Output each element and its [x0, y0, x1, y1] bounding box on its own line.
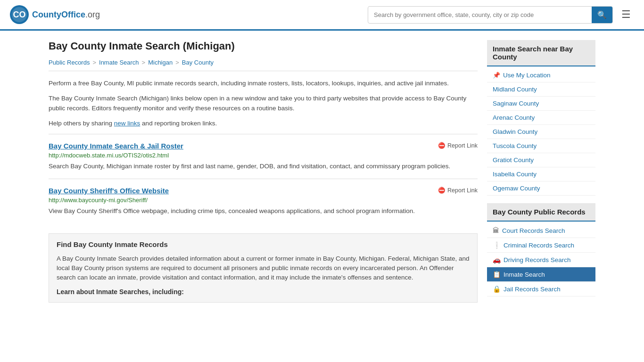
header-right: 🔍 ☰	[368, 6, 635, 24]
county-link-6[interactable]: Isabella County	[487, 167, 595, 181]
criminal-icon: ❕	[493, 241, 501, 249]
inmate-search-label: Inmate Search	[504, 271, 545, 278]
link-title-1[interactable]: Bay County Inmate Search & Jail Roster	[49, 142, 183, 150]
menu-icon[interactable]: ☰	[618, 7, 635, 23]
search-input[interactable]	[368, 8, 592, 22]
search-bar: 🔍	[368, 6, 613, 24]
link-header-1: Bay County Inmate Search & Jail Roster ⛔…	[49, 142, 478, 152]
driving-records-label: Driving Records Search	[504, 256, 571, 263]
report-link-2[interactable]: ⛔ Report Link	[438, 187, 478, 194]
link-desc-1: Search Bay County, Michigan inmate roste…	[49, 162, 478, 171]
logo-area: CO CountyOffice.org	[9, 5, 100, 25]
breadcrumb-michigan[interactable]: Michigan	[148, 59, 173, 66]
svg-text:CO: CO	[13, 10, 26, 19]
county-link-3[interactable]: Gladwin County	[487, 125, 595, 139]
breadcrumb: Public Records > Inmate Search > Michiga…	[49, 59, 478, 71]
use-my-location-label: Use My Location	[503, 72, 551, 79]
link-desc-2: View Bay County Sheriff's Office webpage…	[49, 206, 478, 216]
nearby-section: Inmate Search near Bay County 📌 Use My L…	[487, 40, 595, 196]
sidebar-inmate-search[interactable]: 📋 Inmate Search	[487, 267, 595, 282]
new-links-link[interactable]: new links	[114, 120, 140, 127]
criminal-records-label: Criminal Records Search	[504, 242, 574, 249]
intro-text-2: The Bay County Inmate Search (Michigan) …	[49, 94, 478, 113]
court-icon: 🏛	[493, 227, 499, 234]
location-icon: 📌	[493, 72, 500, 79]
link-header-2: Bay County Sheriff's Office Website ⛔ Re…	[49, 187, 478, 197]
sidebar-criminal-records[interactable]: ❕ Criminal Records Search	[487, 238, 595, 253]
inmate-icon: 📋	[493, 271, 501, 278]
intro-text-3: Help others by sharing new links and rep…	[49, 119, 478, 128]
court-records-label: Court Records Search	[502, 227, 565, 234]
breadcrumb-bay-county[interactable]: Bay County	[182, 59, 214, 66]
county-link-1[interactable]: Saginaw County	[487, 97, 595, 111]
link-section-2: Bay County Sheriff's Office Website ⛔ Re…	[49, 179, 478, 223]
county-link-2[interactable]: Arenac County	[487, 111, 595, 125]
county-link-4[interactable]: Tuscola County	[487, 139, 595, 153]
report-link-1[interactable]: ⛔ Report Link	[438, 142, 478, 149]
page-title: Bay County Inmate Search (Michigan)	[49, 40, 478, 52]
intro-text-1: Perform a free Bay County, MI public inm…	[49, 79, 478, 88]
sidebar-driving-records[interactable]: 🚗 Driving Records Search	[487, 253, 595, 267]
use-my-location-link[interactable]: 📌 Use My Location	[487, 68, 595, 82]
find-title: Find Bay County Inmate Records	[57, 240, 470, 248]
jail-records-label: Jail Records Search	[504, 286, 561, 293]
header: CO CountyOffice.org 🔍 ☰	[0, 0, 644, 31]
driving-icon: 🚗	[493, 256, 501, 263]
jail-icon: 🔒	[493, 285, 501, 293]
link-url-1[interactable]: http://mdocweb.state.mi.us/OTIS2/otis2.h…	[49, 152, 478, 159]
content-area: Bay County Inmate Search (Michigan) Publ…	[49, 40, 478, 304]
find-section: Find Bay County Inmate Records A Bay Cou…	[49, 233, 478, 303]
logo-icon: CO	[9, 5, 29, 25]
find-text: A Bay County Inmate Search provides deta…	[57, 254, 470, 283]
breadcrumb-public-records[interactable]: Public Records	[49, 59, 90, 66]
link-url-2[interactable]: http://www.baycounty-mi.gov/Sheriff/	[49, 197, 478, 204]
sidebar: Inmate Search near Bay County 📌 Use My L…	[487, 40, 595, 304]
main-container: Bay County Inmate Search (Michigan) Publ…	[39, 31, 605, 313]
public-records-section: Bay County Public Records 🏛 Court Record…	[487, 203, 595, 296]
public-records-header: Bay County Public Records	[487, 203, 595, 222]
breadcrumb-inmate-search[interactable]: Inmate Search	[99, 59, 139, 66]
nearby-header: Inmate Search near Bay County	[487, 40, 595, 66]
find-subtitle: Learn about Inmate Searches, including:	[57, 288, 470, 296]
county-link-7[interactable]: Ogemaw County	[487, 181, 595, 196]
county-link-5[interactable]: Gratiot County	[487, 153, 595, 167]
link-section-1: Bay County Inmate Search & Jail Roster ⛔…	[49, 134, 478, 179]
logo-text: CountyOffice.org	[32, 10, 100, 20]
search-button[interactable]: 🔍	[592, 7, 612, 23]
sidebar-jail-records[interactable]: 🔒 Jail Records Search	[487, 282, 595, 296]
link-title-2[interactable]: Bay County Sheriff's Office Website	[49, 187, 169, 195]
sidebar-court-records[interactable]: 🏛 Court Records Search	[487, 223, 595, 238]
county-link-0[interactable]: Midland County	[487, 82, 595, 97]
